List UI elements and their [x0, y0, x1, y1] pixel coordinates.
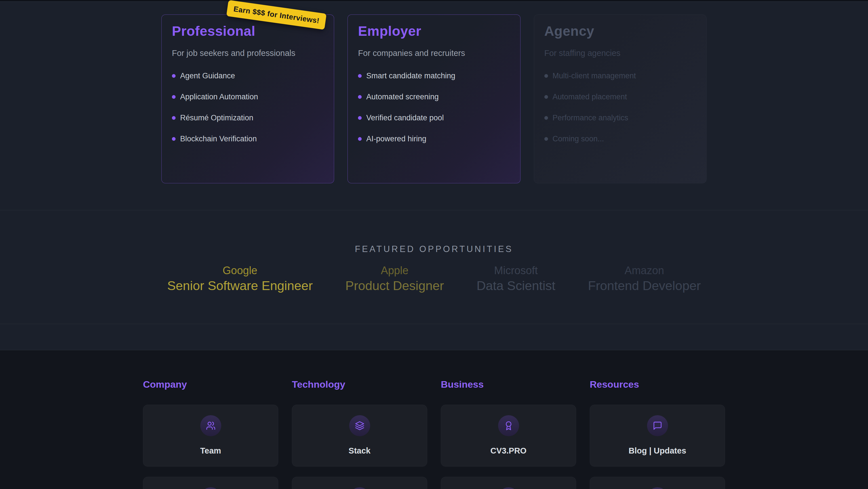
bullet-dot-icon — [544, 74, 548, 78]
role-name: Frontend Developer — [588, 279, 701, 293]
users-icon — [206, 421, 216, 431]
bullet-dot-icon — [544, 137, 548, 141]
plan-feature: Automated placement — [544, 92, 696, 102]
plan-feature-list: Agent Guidance Application Automation Ré… — [172, 71, 324, 144]
featured-opportunity-microsoft[interactable]: Microsoft Data Scientist — [476, 264, 555, 293]
icon-chip — [498, 415, 519, 436]
footer-card-label: Blog | Updates — [628, 446, 686, 456]
plan-feature: Blockchain Verification — [172, 134, 324, 144]
plan-title: Employer — [358, 23, 510, 39]
bullet-dot-icon — [544, 116, 548, 120]
plan-card-employer[interactable]: Employer For companies and recruiters Sm… — [347, 15, 520, 183]
featured-opportunities-section: FEATURED OPPORTUNITIES Google Senior Sof… — [0, 210, 868, 324]
plan-card-agency: Agency For staffing agencies Multi-clien… — [534, 15, 707, 183]
layers-icon — [355, 421, 365, 431]
footer-card-label: Stack — [349, 446, 370, 456]
bullet-dot-icon — [358, 137, 362, 141]
featured-heading: FEATURED OPPORTUNITIES — [0, 243, 868, 255]
plan-feature: Automated screening — [358, 92, 510, 102]
plan-description: For staffing agencies — [544, 48, 696, 58]
bullet-dot-icon — [358, 95, 362, 99]
plan-feature: Application Automation — [172, 92, 324, 102]
site-footer: Company Team Technology — [0, 350, 868, 489]
plan-feature: Performance analytics — [544, 113, 696, 123]
footer-card-blog[interactable]: Blog | Updates — [590, 405, 725, 467]
footer-card-label: CV3.PRO — [491, 446, 526, 456]
plan-feature-label: Blockchain Verification — [180, 134, 257, 144]
bullet-dot-icon — [172, 116, 176, 120]
role-name: Senior Software Engineer — [167, 279, 313, 293]
icon-chip — [647, 415, 668, 436]
plan-feature: AI-powered hiring — [358, 134, 510, 144]
company-name: Apple — [345, 264, 444, 277]
plan-feature-label: Performance analytics — [553, 113, 628, 123]
footer-card-partial[interactable] — [143, 477, 278, 489]
plan-feature-label: Agent Guidance — [180, 71, 235, 81]
icon-chip — [498, 487, 519, 489]
footer-card-partial[interactable] — [292, 477, 427, 489]
message-icon — [653, 421, 662, 431]
plan-title: Agency — [544, 23, 696, 39]
plan-feature-label: Smart candidate matching — [366, 71, 455, 81]
footer-card-label: Team — [200, 446, 221, 456]
plan-feature-list: Multi-client management Automated placem… — [544, 71, 696, 144]
empty-section-band — [0, 324, 868, 350]
icon-chip — [349, 487, 370, 489]
role-name: Product Designer — [345, 279, 444, 293]
footer-column-technology: Technology Stack — [292, 379, 427, 489]
plan-feature-label: Automated placement — [553, 92, 627, 102]
role-name: Data Scientist — [476, 279, 555, 293]
footer-card-partial[interactable] — [590, 477, 725, 489]
plan-feature-label: Application Automation — [180, 92, 258, 102]
plan-feature-label: Coming soon... — [553, 134, 604, 144]
bullet-dot-icon — [544, 95, 548, 99]
footer-heading: Technology — [292, 379, 427, 390]
bullet-dot-icon — [172, 74, 176, 78]
footer-column-resources: Resources Blog | Updates — [590, 379, 725, 489]
bullet-dot-icon — [172, 95, 176, 99]
featured-carousel: Google Senior Software Engineer Apple Pr… — [0, 264, 868, 293]
plan-feature: Coming soon... — [544, 134, 696, 144]
featured-opportunity-amazon[interactable]: Amazon Frontend Developer — [588, 264, 701, 293]
footer-grid: Company Team Technology — [143, 379, 725, 489]
company-name: Microsoft — [476, 264, 555, 277]
bullet-dot-icon — [358, 116, 362, 120]
footer-heading: Resources — [590, 379, 725, 390]
plan-card-professional[interactable]: Earn $$$ for Interviews! Professional Fo… — [161, 15, 334, 183]
plans-grid: Earn $$$ for Interviews! Professional Fo… — [161, 15, 707, 183]
plan-feature-label: AI-powered hiring — [366, 134, 426, 144]
plan-feature-label: Verified candidate pool — [366, 113, 444, 123]
icon-chip — [200, 487, 221, 489]
icon-chip — [647, 487, 668, 489]
plan-feature: Verified candidate pool — [358, 113, 510, 123]
plan-description: For companies and recruiters — [358, 48, 510, 58]
company-name: Google — [167, 264, 313, 277]
icon-chip — [349, 415, 370, 436]
plan-feature: Agent Guidance — [172, 71, 324, 81]
footer-column-company: Company Team — [143, 379, 278, 489]
footer-card-stack[interactable]: Stack — [292, 405, 427, 467]
bullet-dot-icon — [358, 74, 362, 78]
plan-feature: Multi-client management — [544, 71, 696, 81]
footer-heading: Company — [143, 379, 278, 390]
footer-column-business: Business CV3.PRO — [441, 379, 576, 489]
featured-opportunity-apple[interactable]: Apple Product Designer — [345, 264, 444, 293]
plan-feature: Résumé Optimization — [172, 113, 324, 123]
plan-feature: Smart candidate matching — [358, 71, 510, 81]
plans-section: Earn $$$ for Interviews! Professional Fo… — [0, 2, 868, 210]
footer-card-partial[interactable] — [441, 477, 576, 489]
footer-card-team[interactable]: Team — [143, 405, 278, 467]
plan-feature-label: Résumé Optimization — [180, 113, 253, 123]
plan-feature-list: Smart candidate matching Automated scree… — [358, 71, 510, 144]
plan-feature-label: Automated screening — [366, 92, 438, 102]
footer-card-cv3pro[interactable]: CV3.PRO — [441, 405, 576, 467]
featured-opportunity-google[interactable]: Google Senior Software Engineer — [167, 264, 313, 293]
award-icon — [504, 421, 514, 431]
icon-chip — [200, 415, 221, 436]
company-name: Amazon — [588, 264, 701, 277]
plan-feature-label: Multi-client management — [553, 71, 636, 81]
footer-heading: Business — [441, 379, 576, 390]
bullet-dot-icon — [172, 137, 176, 141]
plan-description: For job seekers and professionals — [172, 48, 324, 58]
